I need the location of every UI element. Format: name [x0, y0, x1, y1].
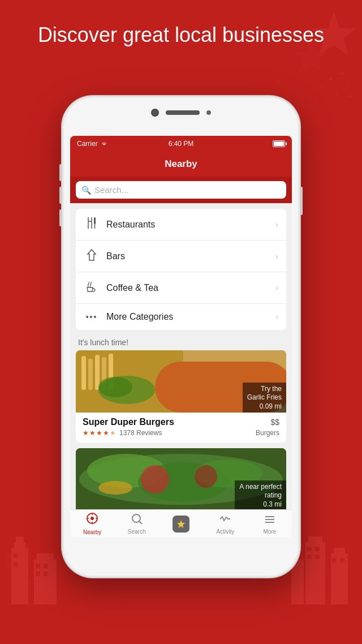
category-item-coffee-tea[interactable]: Coffee & Tea ›: [76, 272, 286, 304]
phone-top-bar: [151, 109, 211, 117]
business-card-1[interactable]: Try theGarlic Fries 0.09 mi Super Duper …: [76, 350, 286, 443]
svg-point-8: [316, 95, 318, 97]
carrier-label: Carrier: [77, 140, 98, 148]
svg-point-57: [195, 465, 217, 488]
nearby-tab-icon: [86, 512, 98, 528]
svg-marker-40: [88, 250, 96, 260]
activity-icon: [219, 513, 231, 527]
promo-text-2: A near perfectrating: [239, 483, 282, 500]
tab-more[interactable]: More: [248, 510, 292, 538]
camera: [151, 109, 159, 117]
tab-activity-star[interactable]: [159, 510, 203, 538]
svg-rect-44: [81, 356, 86, 390]
more-icon: •••: [84, 312, 100, 321]
section-header: It's lunch time!: [70, 333, 292, 350]
tab-search[interactable]: Search: [114, 510, 158, 538]
promo-text-1: Try theGarlic Fries: [247, 385, 282, 402]
svg-point-58: [98, 481, 132, 495]
status-time: 6:40 PM: [169, 140, 194, 148]
svg-point-7: [350, 95, 352, 98]
nearby-tab-label: Nearby: [83, 529, 101, 535]
price-1: $$: [270, 418, 279, 427]
coffee-tea-chevron: ›: [275, 283, 278, 293]
svg-point-4: [347, 84, 349, 86]
search-bar-container: 🔍 Search...: [70, 177, 292, 203]
svg-rect-31: [307, 555, 312, 559]
svg-point-71: [132, 514, 140, 522]
search-placeholder: Search...: [94, 185, 128, 195]
svg-rect-18: [7, 562, 11, 566]
status-bar: Carrier 6:40 PM: [70, 136, 292, 152]
svg-rect-33: [332, 558, 337, 563]
svg-rect-24: [305, 542, 325, 604]
svg-rect-38: [94, 217, 96, 224]
bars-label: Bars: [106, 251, 275, 261]
tab-activity[interactable]: Activity: [203, 510, 247, 538]
business-card-2[interactable]: A near perfectrating 0.3 mi Cafe Du Sole…: [76, 448, 286, 509]
svg-point-2: [341, 72, 344, 75]
card-overlay-2: A near perfectrating 0.3 mi: [235, 480, 286, 509]
activity-tab-label: Activity: [217, 529, 235, 535]
card-image-2: A near perfectrating 0.3 mi: [76, 448, 286, 509]
svg-point-3: [330, 78, 333, 81]
coffee-icon: [84, 280, 100, 295]
restaurants-icon: [84, 217, 100, 232]
svg-rect-20: [36, 564, 40, 568]
card-image-1: Try theGarlic Fries 0.09 mi: [76, 350, 286, 413]
svg-rect-19: [14, 562, 18, 566]
svg-rect-32: [315, 555, 320, 559]
distance-1: 0.09 mi: [247, 402, 282, 410]
svg-rect-25: [308, 536, 322, 545]
category-tag-1: Burgers: [256, 429, 279, 437]
category-item-more[interactable]: ••• More Categories ›: [76, 304, 286, 330]
front-camera: [206, 110, 211, 115]
search-tab-icon: [131, 513, 143, 527]
category-item-bars[interactable]: Bars ›: [76, 241, 286, 272]
svg-rect-16: [7, 553, 11, 558]
svg-rect-21: [44, 564, 48, 568]
svg-rect-17: [14, 553, 18, 558]
coffee-tea-label: Coffee & Tea: [106, 283, 275, 293]
more-tab-icon: [264, 513, 276, 527]
card-info-1: Super Duper Burgers $$ ★★★★★ 1378 Review…: [76, 413, 286, 443]
tab-nearby[interactable]: Nearby: [70, 510, 114, 538]
svg-rect-29: [307, 547, 312, 551]
more-chevron: ›: [275, 312, 278, 322]
svg-rect-34: [340, 558, 344, 563]
svg-rect-27: [334, 548, 345, 556]
tab-bar: Nearby Search: [70, 509, 292, 538]
svg-point-66: [90, 517, 94, 520]
more-label: More Categories: [106, 312, 275, 322]
svg-point-56: [141, 465, 169, 493]
battery-icon: [273, 140, 285, 147]
search-bar[interactable]: 🔍 Search...: [76, 181, 286, 199]
svg-marker-73: [177, 520, 185, 528]
svg-point-9: [341, 101, 343, 103]
phone-shell: Carrier 6:40 PM Nearby: [62, 96, 300, 577]
restaurants-label: Restaurants: [106, 220, 275, 230]
nav-bar: Nearby: [70, 152, 292, 177]
restaurants-chevron: ›: [275, 220, 278, 230]
svg-rect-15: [37, 553, 54, 562]
svg-rect-23: [44, 572, 48, 576]
search-icon: 🔍: [81, 186, 91, 195]
speaker: [166, 110, 200, 115]
bars-chevron: ›: [275, 251, 278, 261]
star-badge: [173, 516, 189, 533]
hero-text: Discover great local businesses: [0, 0, 362, 64]
business-name-1: Super Duper Burgers: [83, 417, 174, 427]
phone-screen: Carrier 6:40 PM Nearby: [70, 136, 292, 538]
nav-title: Nearby: [165, 158, 197, 170]
svg-line-72: [139, 521, 142, 524]
category-item-restaurants[interactable]: Restaurants ›: [76, 209, 286, 241]
card-overlay-1: Try theGarlic Fries 0.09 mi: [243, 383, 286, 413]
svg-rect-22: [36, 572, 40, 576]
stars-1: ★★★★★: [83, 429, 116, 437]
svg-rect-46: [95, 355, 100, 390]
search-tab-label: Search: [128, 529, 146, 535]
more-tab-label: More: [263, 529, 276, 535]
wifi-icon: [100, 140, 108, 148]
svg-rect-45: [88, 359, 93, 390]
svg-rect-30: [315, 547, 320, 551]
svg-point-5: [321, 87, 324, 89]
